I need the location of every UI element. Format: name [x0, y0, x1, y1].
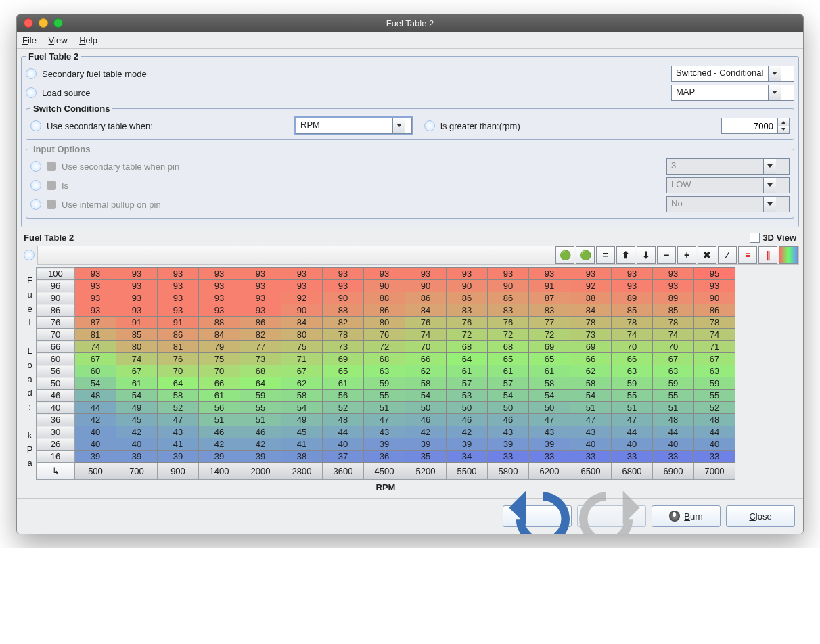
table-cell[interactable]: 84 — [570, 304, 612, 317]
table-cell[interactable]: 39 — [199, 451, 240, 463]
table-cell[interactable]: 73 — [240, 353, 281, 365]
table-cell[interactable]: 90 — [488, 280, 529, 292]
3d-view-checkbox[interactable] — [750, 233, 760, 243]
table-cell[interactable]: 93 — [116, 292, 158, 304]
table-cell[interactable]: 91 — [116, 317, 158, 329]
table-cell[interactable]: 33 — [529, 451, 570, 463]
col-header[interactable]: 2800 — [281, 463, 323, 480]
table-cell[interactable]: 43 — [529, 426, 570, 438]
table-cell[interactable]: 70 — [199, 365, 240, 377]
table-cell[interactable]: 43 — [488, 426, 529, 438]
table-cell[interactable]: 38 — [281, 451, 323, 463]
axis-corner[interactable]: ↳ — [37, 463, 75, 480]
table-cell[interactable]: 93 — [653, 280, 694, 292]
table-cell[interactable]: 90 — [281, 304, 323, 317]
row-header[interactable]: 70 — [37, 329, 75, 341]
row-header[interactable]: 36 — [37, 414, 75, 426]
table-cell[interactable]: 61 — [323, 377, 364, 390]
row-header[interactable]: 46 — [37, 390, 75, 402]
table-cell[interactable]: 63 — [694, 365, 735, 377]
table-cell[interactable]: 90 — [447, 280, 488, 292]
table-cell[interactable]: 72 — [447, 329, 488, 341]
undo-button[interactable] — [503, 505, 572, 527]
table-cell[interactable]: 34 — [447, 451, 488, 463]
table-cell[interactable]: 61 — [116, 377, 158, 390]
table-cell[interactable]: 70 — [612, 341, 653, 353]
table-cell[interactable]: 51 — [199, 414, 240, 426]
table-cell[interactable]: 33 — [653, 451, 694, 463]
table-cell[interactable]: 93 — [405, 268, 447, 280]
decrement-green-button[interactable]: 🟢 — [576, 246, 595, 264]
table-cell[interactable]: 42 — [447, 426, 488, 438]
table-cell[interactable]: 58 — [158, 390, 199, 402]
table-cell[interactable]: 50 — [488, 402, 529, 414]
table-cell[interactable]: 54 — [281, 402, 323, 414]
table-cell[interactable]: 93 — [199, 268, 240, 280]
table-cell[interactable]: 87 — [75, 317, 116, 329]
table-cell[interactable]: 93 — [447, 268, 488, 280]
multiply-button[interactable]: ✖ — [698, 246, 716, 264]
table-cell[interactable]: 76 — [405, 317, 447, 329]
divide-button[interactable]: ∕ — [718, 246, 737, 264]
table-cell[interactable]: 39 — [116, 451, 158, 463]
table-cell[interactable]: 39 — [529, 438, 570, 451]
table-cell[interactable]: 88 — [323, 304, 364, 317]
table-cell[interactable]: 39 — [488, 438, 529, 451]
table-cell[interactable]: 74 — [116, 353, 158, 365]
table-cell[interactable]: 71 — [694, 341, 735, 353]
col-header[interactable]: 900 — [158, 463, 199, 480]
table-cell[interactable]: 84 — [405, 304, 447, 317]
table-cell[interactable]: 60 — [75, 365, 116, 377]
table-cell[interactable]: 59 — [653, 377, 694, 390]
table-cell[interactable]: 50 — [405, 402, 447, 414]
table-cell[interactable]: 44 — [75, 402, 116, 414]
table-cell[interactable]: 42 — [240, 438, 281, 451]
table-cell[interactable]: 53 — [447, 390, 488, 402]
switch-variable-select[interactable]: RPM — [296, 118, 412, 134]
table-cell[interactable]: 72 — [488, 329, 529, 341]
table-cell[interactable]: 42 — [75, 414, 116, 426]
table-cell[interactable]: 56 — [323, 390, 364, 402]
table-cell[interactable]: 40 — [694, 438, 735, 451]
table-cell[interactable]: 65 — [323, 365, 364, 377]
table-cell[interactable]: 93 — [158, 280, 199, 292]
table-cell[interactable]: 93 — [158, 304, 199, 317]
row-header[interactable]: 100 — [37, 268, 75, 280]
table-cell[interactable]: 46 — [240, 426, 281, 438]
table-cell[interactable]: 46 — [447, 414, 488, 426]
table-cell[interactable]: 93 — [75, 304, 116, 317]
table-cell[interactable]: 40 — [570, 438, 612, 451]
table-cell[interactable]: 52 — [158, 402, 199, 414]
row-header[interactable]: 60 — [37, 353, 75, 365]
table-cell[interactable]: 40 — [75, 438, 116, 451]
minus-button[interactable]: − — [657, 246, 676, 264]
col-header[interactable]: 7000 — [694, 463, 735, 480]
table-cell[interactable]: 88 — [570, 292, 612, 304]
table-cell[interactable]: 78 — [653, 317, 694, 329]
table-cell[interactable]: 62 — [570, 365, 612, 377]
table-cell[interactable]: 78 — [694, 317, 735, 329]
menu-view[interactable]: View — [49, 35, 68, 45]
table-cell[interactable]: 72 — [364, 341, 405, 353]
table-cell[interactable]: 69 — [529, 341, 570, 353]
col-header[interactable]: 6900 — [653, 463, 694, 480]
table-cell[interactable]: 93 — [75, 292, 116, 304]
plus-button[interactable]: + — [677, 246, 696, 264]
row-header[interactable]: 40 — [37, 402, 75, 414]
table-cell[interactable]: 74 — [653, 329, 694, 341]
table-cell[interactable]: 75 — [199, 353, 240, 365]
table-cell[interactable]: 83 — [447, 304, 488, 317]
table-cell[interactable]: 77 — [529, 317, 570, 329]
table-cell[interactable]: 74 — [612, 329, 653, 341]
table-cell[interactable]: 49 — [281, 414, 323, 426]
table-cell[interactable]: 64 — [158, 377, 199, 390]
table-cell[interactable]: 40 — [116, 438, 158, 451]
table-cell[interactable]: 36 — [364, 451, 405, 463]
table-cell[interactable]: 67 — [653, 353, 694, 365]
table-cell[interactable]: 93 — [240, 304, 281, 317]
table-cell[interactable]: 62 — [405, 365, 447, 377]
table-cell[interactable]: 93 — [116, 268, 158, 280]
move-down-button[interactable]: ⬇ — [637, 246, 656, 264]
table-cell[interactable]: 69 — [323, 353, 364, 365]
table-cell[interactable]: 86 — [447, 292, 488, 304]
